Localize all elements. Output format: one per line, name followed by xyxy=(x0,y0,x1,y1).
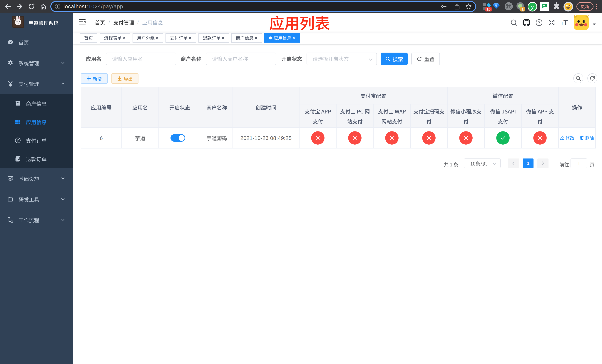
svg-text:y: y xyxy=(531,4,534,10)
svg-text:1: 1 xyxy=(521,7,524,11)
svg-text:10: 10 xyxy=(486,7,491,11)
